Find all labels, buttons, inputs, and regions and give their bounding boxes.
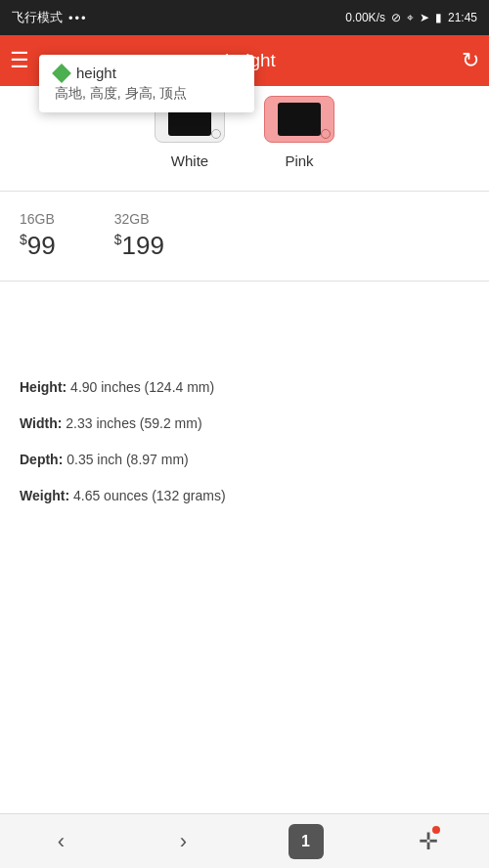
pink-phone-image bbox=[264, 96, 334, 143]
storage-item-32gb[interactable]: 32GB $199 bbox=[114, 211, 164, 261]
status-speed: 0.00K/s bbox=[345, 11, 385, 24]
status-wifi-icon: ⌖ bbox=[407, 11, 414, 24]
bottom-nav: ‹ › 1 ✛ bbox=[0, 813, 489, 868]
tooltip-diamond-icon bbox=[52, 64, 71, 83]
spec-weight: Weight: 4.65 ounces (132 grams) bbox=[20, 486, 469, 506]
back-arrow-icon: ‹ bbox=[58, 829, 65, 854]
spec-height: Height: 4.90 inches (124.4 mm) bbox=[20, 377, 469, 398]
spec-width-label: Width: bbox=[20, 415, 62, 431]
tooltip-translation: 高地, 高度, 身高, 顶点 bbox=[55, 85, 239, 103]
pink-phone-button bbox=[321, 129, 331, 139]
empty-area bbox=[0, 282, 489, 340]
currency-symbol-16gb: $ bbox=[20, 232, 27, 247]
pink-color-label: Pink bbox=[285, 152, 313, 169]
currency-symbol-32gb: $ bbox=[114, 232, 122, 247]
price-value-16gb: 99 bbox=[27, 231, 56, 260]
color-item-pink[interactable]: Pink bbox=[264, 96, 334, 169]
spec-depth-value: 0.35 inch (8.97 mm) bbox=[67, 452, 189, 467]
forward-arrow-icon: › bbox=[180, 829, 187, 854]
spec-height-value: 4.90 inches (124.4 mm) bbox=[70, 379, 214, 395]
page-number: 1 bbox=[289, 824, 324, 859]
spec-weight-label: Weight: bbox=[20, 488, 69, 503]
status-time: 21:45 bbox=[448, 11, 477, 24]
storage-item-16gb[interactable]: 16GB $99 bbox=[20, 211, 56, 261]
tooltip-header: height bbox=[55, 65, 239, 81]
storage-section: 16GB $99 32GB $199 bbox=[0, 191, 489, 282]
status-dots: ••• bbox=[68, 11, 88, 25]
hamburger-menu-button[interactable]: ☰ bbox=[10, 48, 29, 73]
refresh-button[interactable]: ↻ bbox=[462, 48, 479, 73]
spec-depth: Depth: 0.35 inch (8.97 mm) bbox=[20, 450, 469, 470]
status-arrow-icon: ➤ bbox=[420, 11, 429, 24]
plus-badge bbox=[432, 826, 440, 834]
plus-icon: ✛ bbox=[419, 828, 438, 855]
pink-phone-screen bbox=[278, 103, 321, 136]
tooltip-popup: height 高地, 高度, 身高, 顶点 bbox=[39, 55, 254, 112]
white-color-label: White bbox=[171, 152, 208, 169]
status-bar: 飞行模式 ••• 0.00K/s ⊘ ⌖ ➤ ▮ 21:45 bbox=[0, 0, 489, 35]
storage-size-32gb: 32GB bbox=[114, 211, 164, 227]
forward-button[interactable]: › bbox=[162, 820, 205, 863]
white-phone-button bbox=[211, 129, 221, 139]
specs-section: Height: 4.90 inches (124.4 mm) Width: 2.… bbox=[0, 348, 489, 542]
status-signal-icon: ⊘ bbox=[391, 11, 401, 24]
back-button[interactable]: ‹ bbox=[40, 820, 83, 863]
page-indicator-button[interactable]: 1 bbox=[285, 820, 328, 863]
storage-price-32gb: $199 bbox=[114, 231, 164, 261]
storage-size-16gb: 16GB bbox=[20, 211, 56, 227]
storage-price-16gb: $99 bbox=[20, 231, 56, 261]
spec-width: Width: 2.33 inches (59.2 mm) bbox=[20, 413, 469, 434]
status-left: 飞行模式 ••• bbox=[12, 9, 88, 26]
price-value-32gb: 199 bbox=[122, 231, 164, 260]
tooltip-keyword: height bbox=[76, 65, 116, 81]
main-content: White Pink 16GB $99 32GB $199 Hei bbox=[0, 86, 489, 813]
spec-height-label: Height: bbox=[20, 379, 67, 395]
status-right: 0.00K/s ⊘ ⌖ ➤ ▮ 21:45 bbox=[345, 11, 477, 24]
status-mode: 飞行模式 bbox=[12, 9, 63, 26]
spec-weight-value: 4.65 ounces (132 grams) bbox=[73, 488, 226, 503]
add-button[interactable]: ✛ bbox=[407, 820, 450, 863]
spec-depth-label: Depth: bbox=[20, 452, 63, 467]
status-battery-icon: ▮ bbox=[435, 11, 442, 24]
spec-width-value: 2.33 inches (59.2 mm) bbox=[66, 415, 201, 431]
